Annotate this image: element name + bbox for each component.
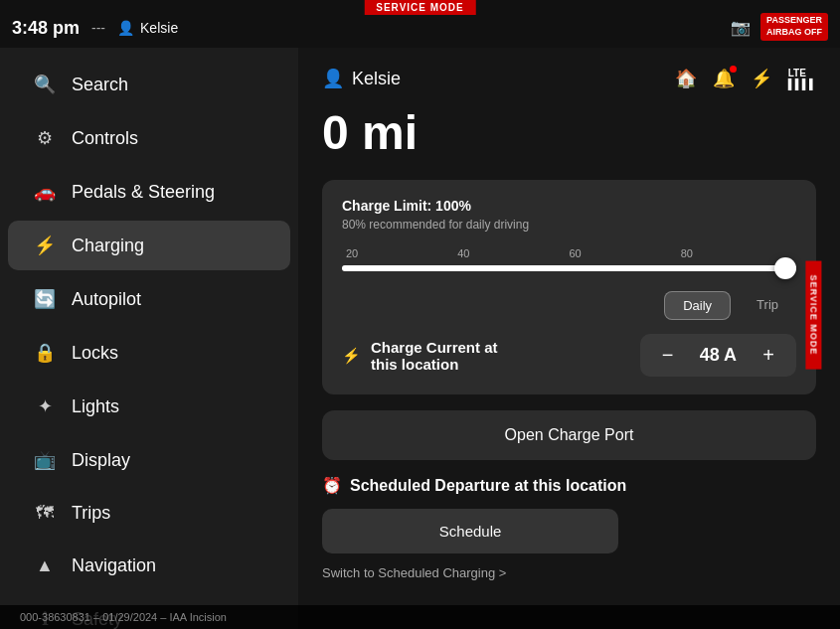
trip-tab[interactable]: Trip [739, 291, 796, 320]
mileage-display: 0 mi [322, 105, 816, 160]
sidebar-label-display: Display [72, 450, 130, 471]
lte-badge: LTE▌▌▌▌ [788, 68, 816, 89]
charge-slider-fill [342, 265, 796, 271]
main-content: 🔍 Search ⚙ Controls 🚗 Pedals & Steering … [0, 48, 840, 629]
bluetooth-icon: ⚡ [751, 68, 772, 89]
sidebar-label-autopilot: Autopilot [72, 289, 141, 310]
status-bar: SERVICE MODE 3:48 pm --- 👤 Kelsie 📷 PASS… [0, 0, 840, 48]
slider-labels: 20 40 60 80 [342, 247, 796, 259]
scheduled-departure-title: ⏰ Scheduled Departure at this location [322, 476, 816, 495]
bell-icon-container: 🔔 [713, 68, 735, 89]
pedals-icon: 🚗 [32, 181, 58, 203]
charge-slider-thumb[interactable] [774, 257, 796, 279]
charge-slider-track[interactable] [342, 265, 796, 271]
right-panel: 👤 Kelsie 🏠 🔔 ⚡ LTE▌▌▌▌ 0 mi Charge Limit… [298, 48, 840, 629]
switch-to-charging-link[interactable]: Switch to Scheduled Charging > [322, 565, 816, 580]
notification-dot [730, 66, 737, 73]
passenger-airbag-badge: PASSENGERAIRBAG OFF [760, 13, 828, 40]
charge-card: Charge Limit: 100% 80% recommended for d… [322, 180, 816, 394]
status-dashes: --- [91, 20, 105, 36]
panel-icons: 🏠 🔔 ⚡ LTE▌▌▌▌ [675, 68, 816, 89]
side-service-mode-badge: SERVICE MODE [806, 260, 822, 369]
alarm-icon: ⏰ [322, 476, 342, 495]
sidebar-label-charging: Charging [72, 236, 144, 256]
status-time: 3:48 pm [12, 18, 80, 39]
sidebar: 🔍 Search ⚙ Controls 🚗 Pedals & Steering … [0, 48, 298, 629]
schedule-button[interactable]: Schedule [322, 509, 618, 553]
slider-label-80: 80 [681, 247, 693, 259]
sidebar-label-search: Search [72, 75, 128, 95]
charge-current-label: ⚡ Charge Current atthis location [342, 339, 498, 373]
home-icon: 🏠 [675, 68, 697, 89]
charge-limit-label: Charge Limit: 100% [342, 198, 796, 214]
increase-charge-button[interactable]: + [758, 344, 778, 367]
sidebar-label-lights: Lights [72, 396, 119, 417]
display-icon: 📺 [32, 449, 58, 471]
navigation-icon: ▲ [32, 555, 58, 576]
panel-username: Kelsie [352, 69, 401, 89]
daily-trip-tabs: Daily Trip [342, 291, 796, 320]
service-mode-banner: SERVICE MODE [364, 0, 476, 15]
autopilot-icon: 🔄 [32, 288, 58, 310]
status-bar-user: 👤 Kelsie [117, 20, 178, 36]
trips-icon: 🗺 [32, 503, 58, 524]
locks-icon: 🔒 [32, 342, 58, 364]
panel-header: 👤 Kelsie 🏠 🔔 ⚡ LTE▌▌▌▌ [322, 68, 816, 89]
sidebar-label-trips: Trips [72, 503, 110, 524]
search-icon: 🔍 [32, 74, 58, 95]
slider-label-60: 60 [570, 247, 582, 259]
sidebar-item-autopilot[interactable]: 🔄 Autopilot [8, 274, 290, 324]
slider-label-20: 20 [346, 247, 358, 259]
sidebar-item-charging[interactable]: ⚡ Charging [8, 221, 290, 270]
charge-current-text: Charge Current atthis location [371, 339, 498, 373]
charge-current-row: ⚡ Charge Current atthis location − 48 A … [342, 334, 796, 377]
sidebar-item-pedals[interactable]: 🚗 Pedals & Steering [8, 167, 290, 217]
decrease-charge-button[interactable]: − [658, 344, 678, 367]
open-charge-port-button[interactable]: Open Charge Port [322, 410, 816, 460]
charge-current-value: 48 A [693, 345, 743, 366]
sidebar-label-controls: Controls [72, 128, 138, 149]
daily-tab[interactable]: Daily [664, 291, 731, 320]
controls-icon: ⚙ [32, 127, 58, 149]
status-bar-left: 3:48 pm --- 👤 Kelsie [12, 10, 178, 39]
sidebar-label-navigation: Navigation [72, 555, 156, 576]
sidebar-item-controls[interactable]: ⚙ Controls [8, 113, 290, 163]
panel-user: 👤 Kelsie [322, 68, 401, 89]
charge-limit-sub: 80% recommended for daily driving [342, 218, 796, 232]
sidebar-item-trips[interactable]: 🗺 Trips [8, 489, 290, 538]
panel-user-icon: 👤 [322, 68, 344, 89]
charge-current-icon: ⚡ [342, 347, 361, 365]
sidebar-item-navigation[interactable]: ▲ Navigation [8, 542, 290, 590]
sidebar-item-display[interactable]: 📺 Display [8, 435, 290, 485]
charge-slider-container: 20 40 60 80 [342, 247, 796, 271]
sidebar-item-locks[interactable]: 🔒 Locks [8, 328, 290, 378]
lights-icon: ✦ [32, 395, 58, 417]
user-icon: 👤 [117, 20, 134, 36]
sidebar-item-lights[interactable]: ✦ Lights [8, 382, 290, 431]
status-right: 📷 PASSENGERAIRBAG OFF [731, 13, 828, 40]
camera-icon: 📷 [731, 18, 751, 37]
slider-label-40: 40 [457, 247, 469, 259]
sidebar-item-search[interactable]: 🔍 Search [8, 60, 290, 109]
charge-current-control: − 48 A + [640, 334, 796, 377]
footer-bar: 000-38630831 – 01/29/2024 – IAA Incision [0, 605, 840, 629]
scheduled-departure-section: ⏰ Scheduled Departure at this location S… [322, 476, 816, 580]
charging-icon: ⚡ [32, 235, 58, 256]
sidebar-label-pedals: Pedals & Steering [72, 182, 215, 203]
sidebar-label-locks: Locks [72, 343, 118, 364]
footer-text: 000-38630831 – 01/29/2024 – IAA Incision [20, 611, 227, 623]
